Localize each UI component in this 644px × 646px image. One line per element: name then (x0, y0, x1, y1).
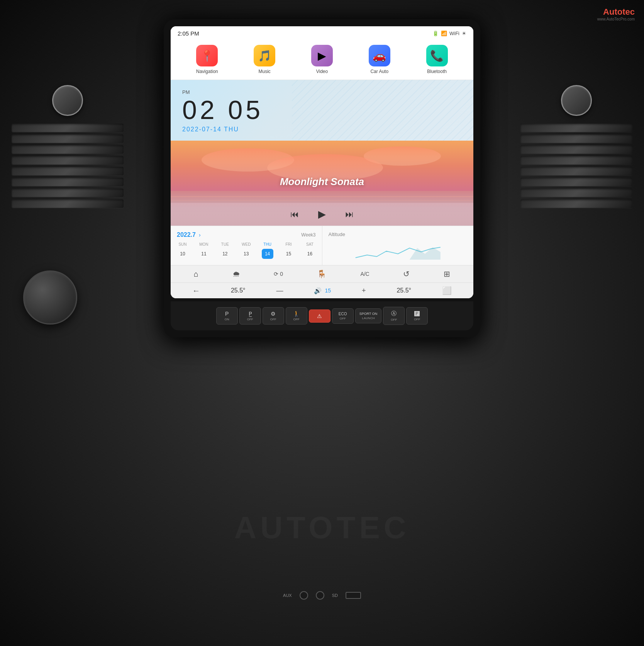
vent-slat (520, 156, 632, 165)
sd-slot[interactable] (346, 592, 361, 599)
main-screen: 2:05 PM 🔋 📶 WiFi ☀ 📍 Navigation 🎵 Music … (171, 26, 473, 298)
cal-day-wed: WED (241, 242, 252, 246)
calendar-week: Week3 (301, 232, 315, 238)
cal-day-thu: THU (262, 242, 273, 246)
app-carauto[interactable]: 🚗 Car Auto (362, 45, 397, 74)
weather-icon[interactable]: 🌧 (232, 270, 240, 279)
eco-button[interactable]: ECO OFF (332, 308, 354, 324)
altitude-panel: Altitude (322, 226, 474, 265)
screen-mode-icon[interactable]: ⬜ (442, 286, 452, 295)
calendar-header: 2022.7 › Week3 (177, 231, 316, 238)
cal-day-sat: SAT (304, 242, 315, 246)
port-area: AUX SD (283, 591, 361, 600)
clock-hours: 02 (182, 95, 218, 124)
navigation-label: Navigation (196, 69, 218, 74)
vent-slat (12, 156, 124, 165)
pedestrian-off-button[interactable]: 🚶 OFF (286, 307, 307, 325)
clock-time: 02 05 (182, 97, 462, 123)
brand-name: Autotec (597, 7, 635, 17)
status-icons: 🔋 📶 WiFi ☀ (432, 31, 466, 36)
temp-decrease-button[interactable]: — (276, 287, 283, 295)
vent-slat (12, 199, 124, 208)
battery-icon: 🔋 (432, 31, 439, 36)
bottom-panels: 2022.7 › Week3 SUN MON TUE WED THU FRI S… (171, 226, 473, 265)
grid-icon[interactable]: ⊞ (444, 269, 450, 279)
seat-icon[interactable]: 🪑 (317, 269, 327, 279)
wifi-icon: WiFi (449, 31, 459, 36)
svg-marker-8 (409, 247, 440, 260)
fan-control[interactable]: ⟳ 0 (274, 271, 283, 277)
calendar-chevron-icon[interactable]: › (199, 232, 201, 238)
ac-label[interactable]: A/C (360, 271, 369, 277)
temp-increase-button[interactable]: + (362, 287, 366, 295)
calendar-dates-row: 10 11 12 13 14 15 16 (177, 249, 316, 259)
play-button[interactable]: ▶ (318, 208, 326, 220)
aux-label: AUX (283, 593, 292, 598)
left-vent-knob[interactable] (52, 85, 83, 116)
aux-port[interactable] (300, 591, 308, 600)
vent-slat (12, 145, 124, 154)
usb-port[interactable] (316, 591, 324, 600)
left-vent (12, 77, 124, 278)
vent-slat (520, 199, 632, 208)
cal-date-12[interactable]: 12 (219, 249, 231, 259)
music-controls: ⏮ ▶ ⏭ (171, 203, 473, 226)
music-title: Moonlight Sonata (280, 176, 364, 188)
calendar-days-header: SUN MON TUE WED THU FRI SAT (177, 242, 316, 246)
park-on-icon: P (225, 311, 229, 317)
recirculate-icon[interactable]: ↺ (403, 269, 410, 279)
sport-launch-button[interactable]: SPORT ON LAUNCH (355, 308, 382, 323)
left-big-knob[interactable] (23, 270, 77, 325)
right-vent-knob[interactable] (561, 85, 592, 116)
carauto-icon: 🚗 (369, 45, 390, 66)
parking-off-button[interactable]: 🅿 OFF (406, 307, 428, 325)
app-music[interactable]: 🎵 Music (247, 45, 282, 74)
music-section: Moonlight Sonata ⏮ ▶ ⏭ (171, 141, 473, 226)
park-on-button[interactable]: P ON (216, 307, 238, 325)
hazard-button[interactable]: ⚠ (309, 309, 330, 323)
gear-off-button[interactable]: ⚙ OFF (263, 307, 284, 325)
vent-slat (520, 124, 632, 132)
bluetooth-icon: 📞 (426, 45, 448, 66)
back-icon[interactable]: ← (192, 286, 200, 295)
app-video[interactable]: ▶ Video (305, 45, 339, 74)
left-control-knob-area (23, 270, 85, 348)
status-bar: 2:05 PM 🔋 📶 WiFi ☀ (171, 26, 473, 40)
app-navigation[interactable]: 📍 Navigation (190, 45, 224, 74)
carauto-label: Car Auto (370, 69, 388, 74)
park-off-button[interactable]: P̲ OFF (239, 307, 261, 325)
signal-icon: 📶 (441, 31, 447, 36)
music-icon: 🎵 (254, 45, 275, 66)
calendar-month: 2022.7 (177, 231, 196, 238)
cal-date-14-today[interactable]: 14 (262, 249, 273, 259)
vent-slat (520, 134, 632, 143)
clock-minutes: 05 (228, 95, 264, 124)
volume-control: 🔊 15 (314, 287, 331, 294)
altitude-label: Altitude (329, 231, 468, 237)
cal-day-tue: TUE (219, 242, 231, 246)
vent-slat (520, 178, 632, 186)
cal-day-mon: MON (198, 242, 210, 246)
home-icon[interactable]: ⌂ (194, 270, 198, 279)
prev-button[interactable]: ⏮ (290, 209, 299, 219)
app-bluetooth[interactable]: 📞 Bluetooth (420, 45, 454, 74)
next-button[interactable]: ⏭ (345, 209, 354, 219)
screen-bezel: 2:05 PM 🔋 📶 WiFi ☀ 📍 Navigation 🎵 Music … (164, 19, 480, 337)
cal-date-10[interactable]: 10 (177, 249, 188, 259)
cal-date-15[interactable]: 15 (283, 249, 295, 259)
brand-accent: tec (622, 7, 635, 17)
music-label: Music (259, 69, 271, 74)
cal-date-11[interactable]: 11 (198, 249, 210, 259)
clock-period: PM (182, 89, 462, 95)
clock-section: PM 02 05 2022-07-14 THU (171, 80, 473, 141)
auto-off-button[interactable]: Ⓐ OFF (383, 307, 405, 325)
navigation-icon: 📍 (196, 45, 218, 66)
clock-date: 2022-07-14 THU (182, 126, 462, 133)
bluetooth-label: Bluetooth (427, 69, 447, 74)
controls-bar: ⌂ 🌧 ⟳ 0 🪑 A/C ↺ ⊞ (171, 265, 473, 282)
cal-date-16[interactable]: 16 (304, 249, 315, 259)
vent-slat (12, 178, 124, 186)
altitude-chart (329, 240, 468, 260)
cal-date-13[interactable]: 13 (241, 249, 252, 259)
volume-level: 15 (325, 287, 331, 294)
